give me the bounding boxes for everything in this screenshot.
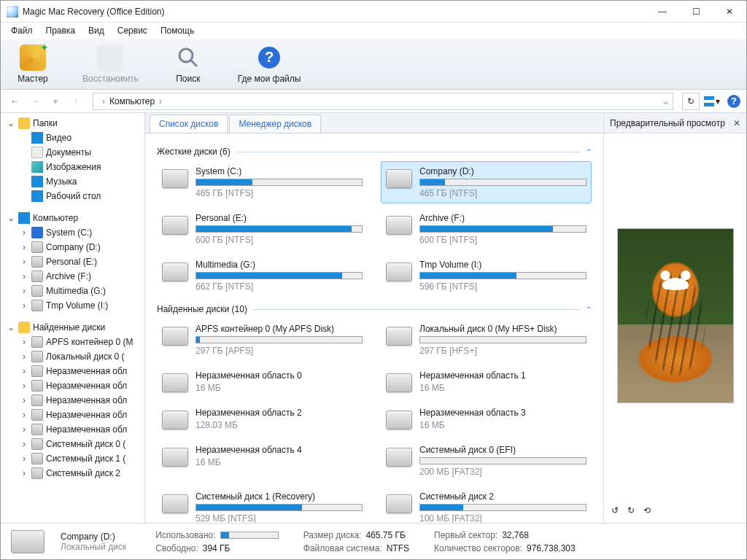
disk-item[interactable]: Неразмеченная область 2128.03 МБ — [157, 402, 368, 435]
tree-found-item[interactable]: ›APFS контейнер 0 (M — [1, 335, 144, 349]
tree-found-item[interactable]: ›Системный диск 0 ( — [1, 437, 144, 451]
minimize-button[interactable]: — — [651, 4, 673, 19]
search-button[interactable]: Поиск — [165, 44, 212, 84]
tree-found-item[interactable]: ›Системный диск 1 ( — [1, 451, 144, 466]
history-dropdown[interactable]: ▾ — [47, 93, 63, 109]
disk-item[interactable]: APFS контейнер 0 (My APFS Disk)297 ГБ [A… — [157, 319, 368, 361]
tab-disk-manager[interactable]: Менеджер дисков — [229, 114, 321, 133]
tree-folder-item[interactable]: Рабочий стол — [1, 189, 144, 203]
close-button[interactable]: ✕ — [719, 4, 740, 19]
disk-item[interactable]: Archive (F:)600 ГБ [NTFS] — [381, 208, 592, 250]
tree-found-item[interactable]: ›Системный диск 2 — [1, 466, 144, 481]
tree-folder-item[interactable]: Видео — [1, 131, 144, 145]
disk-item[interactable]: Неразмеченная область 416 МБ — [157, 440, 368, 482]
reset-icon[interactable]: ⟲ — [643, 505, 651, 516]
rotate-right-icon[interactable]: ↻ — [627, 505, 635, 516]
disk-name: Archive (F:) — [419, 213, 587, 223]
menu-file[interactable]: Файл — [5, 24, 39, 37]
tree-twisty[interactable]: ⌄ — [7, 213, 15, 223]
tree-disk-item[interactable]: ›Multimedia (G:) — [1, 284, 144, 298]
menu-help[interactable]: Помощь — [155, 24, 200, 37]
chevron-up-icon[interactable]: ⌃ — [586, 148, 592, 156]
chevron-up-icon[interactable]: ⌃ — [586, 306, 592, 314]
up-button[interactable]: ↑ — [68, 93, 84, 109]
tree-twisty[interactable]: › — [20, 366, 28, 376]
rotate-left-icon[interactable]: ↺ — [611, 505, 619, 516]
tree-disk-item[interactable]: ›Company (D:) — [1, 240, 144, 254]
disk-item[interactable]: Personal (E:)600 ГБ [NTFS] — [157, 208, 368, 250]
preview-close[interactable]: ✕ — [733, 118, 740, 128]
disk-item[interactable]: Multimedia (G:)662 ГБ [NTFS] — [157, 254, 368, 297]
breadcrumb-sep: › — [102, 96, 105, 106]
tree-found-item[interactable]: ›Неразмеченная обл — [1, 422, 144, 437]
tree-twisty[interactable]: › — [20, 257, 28, 267]
tree-folders[interactable]: ⌄Папки — [1, 116, 144, 131]
tree-disk-item[interactable]: ›System (C:) — [1, 225, 144, 240]
tree-twisty[interactable]: › — [20, 337, 28, 347]
disk-name: Неразмеченная область 2 — [196, 408, 363, 418]
tree-found-item[interactable]: ›Неразмеченная обл — [1, 378, 144, 393]
tree-found[interactable]: ⌄Найденные диски — [1, 320, 144, 335]
disk-item[interactable]: Company (D:)465 ГБ [NTFS] — [381, 161, 592, 203]
tree-twisty[interactable]: › — [20, 286, 28, 296]
tree-twisty[interactable]: › — [20, 439, 28, 449]
address-bar[interactable]: › Компьютер › ⌵ — [93, 93, 673, 110]
tree-twisty[interactable]: › — [20, 381, 28, 391]
tree-found-item[interactable]: ›Неразмеченная обл — [1, 408, 144, 422]
status-title: Company (D:) — [61, 532, 126, 542]
help-icon[interactable]: ? — [727, 95, 740, 108]
tree-computer[interactable]: ⌄Компьютер — [1, 211, 144, 225]
wizard-button[interactable]: Мастер — [9, 44, 56, 84]
menu-view[interactable]: Вид — [82, 24, 110, 37]
tree-twisty[interactable]: › — [20, 351, 28, 362]
disk-item[interactable]: Системный диск 2100 МБ [FAT32] — [381, 486, 592, 523]
disk-item[interactable]: Tmp Volume (I:)596 ГБ [NTFS] — [381, 254, 592, 297]
tree-twisty[interactable]: › — [20, 410, 28, 420]
menu-service[interactable]: Сервис — [112, 24, 153, 37]
where-files-button[interactable]: ?Где мои файлы — [238, 44, 301, 84]
disk-item[interactable]: System (C:)465 ГБ [NTFS] — [157, 161, 368, 203]
tree-twisty[interactable]: › — [20, 271, 28, 281]
disk-item[interactable]: Неразмеченная область 116 МБ — [381, 365, 592, 398]
tab-disk-list[interactable]: Список дисков — [150, 114, 228, 133]
tree-disk-item[interactable]: ›Personal (E:) — [1, 254, 144, 269]
tree-found-item[interactable]: ›Неразмеченная обл — [1, 364, 144, 378]
tree-twisty[interactable]: › — [20, 454, 28, 464]
view-options-button[interactable]: ▾ — [704, 96, 720, 106]
forward-button[interactable]: → — [27, 93, 43, 109]
restore-button[interactable]: Восстановить — [82, 44, 139, 84]
section-header[interactable]: Найденные диски (10)⌃ — [157, 304, 592, 314]
tree-disk-item[interactable]: ›Tmp Volume (I:) — [1, 298, 144, 313]
tree-found-item[interactable]: ›Локальный диск 0 ( — [1, 349, 144, 364]
tree-found-item[interactable]: ›Неразмеченная обл — [1, 393, 144, 408]
tree-twisty[interactable]: › — [20, 228, 28, 238]
tree-folder-item[interactable]: Музыка — [1, 174, 144, 189]
tree-twisty[interactable]: › — [20, 395, 28, 405]
refresh-button[interactable]: ↻ — [682, 93, 700, 110]
disk-item[interactable]: Локальный диск 0 (My HFS+ Disk)297 ГБ [H… — [381, 319, 592, 361]
address-dropdown[interactable]: ⌵ — [663, 96, 668, 106]
tree-twisty[interactable]: ⌄ — [7, 322, 15, 332]
tree-twisty[interactable]: › — [20, 424, 28, 435]
menu-edit[interactable]: Правка — [40, 24, 82, 37]
tree-twisty[interactable]: › — [20, 300, 28, 311]
maximize-button[interactable]: ☐ — [685, 4, 707, 19]
​ic-doc-icon — [31, 147, 43, 158]
tree-twisty[interactable]: › — [20, 242, 28, 252]
tree-disk-item[interactable]: ›Archive (F:) — [1, 269, 144, 284]
tree-folder-item[interactable]: Изображения — [1, 160, 144, 174]
disk-item[interactable]: Системный диск 0 (EFI)200 МБ [FAT32] — [381, 440, 592, 482]
section-header[interactable]: Жесткие диски (6)⌃ — [157, 147, 592, 157]
disk-item[interactable]: Системный диск 1 (Recovery)529 МБ [NTFS] — [157, 486, 368, 523]
disk-item[interactable]: Неразмеченная область 016 МБ — [157, 365, 368, 398]
breadcrumb-root[interactable]: Компьютер — [109, 96, 155, 106]
back-button[interactable]: ← — [7, 93, 23, 109]
disk-item[interactable]: Неразмеченная область 316 МБ — [381, 402, 592, 435]
content-tabs: Список дисков Менеджер дисков — [145, 113, 603, 133]
ic-folder-icon — [18, 322, 30, 333]
tree-twisty[interactable]: › — [20, 468, 28, 478]
ic-finder-icon — [31, 227, 43, 238]
disk-list-scroll[interactable]: Жесткие диски (6)⌃System (C:)465 ГБ [NTF… — [145, 133, 603, 523]
tree-folder-item[interactable]: Документы — [1, 145, 144, 160]
tree-twisty[interactable]: ⌄ — [7, 118, 15, 128]
